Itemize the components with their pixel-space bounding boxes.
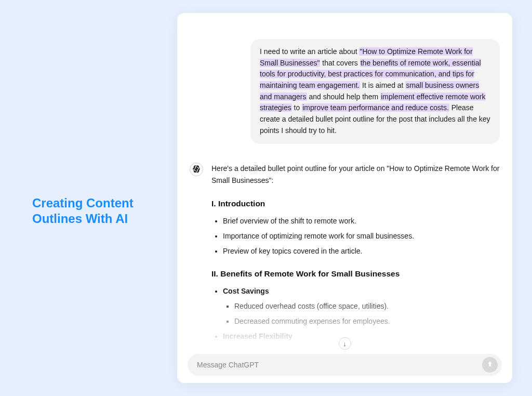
outline-item: Preview of key topics covered in the art… [223, 245, 500, 257]
outline-section-heading: I. Introduction [211, 197, 500, 210]
outline-item: Increased FlexibilityAdaptable work hour… [223, 331, 500, 354]
outline-subitem: Reduced overhead costs (office space, ut… [234, 300, 500, 312]
page-title: Creating Content Outlines With AI [32, 195, 157, 227]
outline-item: Brief overview of the shift to remote wo… [223, 215, 500, 227]
user-message-bubble: I need to write an article about "How to… [250, 39, 500, 144]
highlighted-text: improve team performance and reduce cost… [302, 103, 449, 112]
outline-item-label: Importance of optimizing remote work for… [223, 232, 414, 240]
plain-text: I need to write an article about [260, 47, 359, 56]
outline-sublist: Adaptable work hours leading to better w… [223, 346, 500, 354]
arrow-down-icon: ↓ [343, 340, 347, 348]
outline-subitem: Decreased commuting expenses for employe… [234, 315, 500, 327]
assistant-message-body: Here's a detailed bullet point outline f… [211, 163, 500, 355]
message-composer [188, 354, 502, 376]
chat-scroll-area[interactable]: I need to write an article about "How to… [177, 23, 512, 354]
outline-item-label: Preview of key topics covered in the art… [223, 247, 362, 255]
outline-item: Importance of optimizing remote work for… [223, 230, 500, 242]
outline-item-label: Cost Savings [223, 287, 269, 295]
send-button[interactable] [482, 357, 498, 373]
assistant-avatar-icon [190, 163, 203, 176]
plain-text: and should help them [307, 93, 381, 101]
outline-section-heading: II. Benefits of Remote Work for Small Bu… [211, 267, 500, 281]
assistant-intro-text: Here's a detailed bullet point outline f… [211, 163, 500, 187]
arrow-up-icon [486, 360, 494, 369]
outline-subitem: Adaptable work hours leading to better w… [234, 346, 500, 354]
plain-text: It is aimed at [360, 81, 405, 89]
scroll-to-bottom-button[interactable]: ↓ [339, 337, 351, 350]
outline-item-label: Increased Flexibility [223, 332, 292, 340]
message-input[interactable] [197, 361, 482, 369]
assistant-message: Here's a detailed bullet point outline f… [190, 163, 500, 355]
outline-item-label: Brief overview of the shift to remote wo… [223, 217, 356, 225]
chat-window: I need to write an article about "How to… [177, 13, 512, 383]
outline-list: Cost SavingsReduced overhead costs (offi… [211, 285, 500, 354]
outline-list: Brief overview of the shift to remote wo… [211, 215, 500, 257]
plain-text: that covers [320, 59, 360, 67]
outline-sublist: Reduced overhead costs (office space, ut… [223, 300, 500, 327]
outline-item: Cost SavingsReduced overhead costs (offi… [223, 285, 500, 327]
plain-text: to [292, 103, 302, 112]
